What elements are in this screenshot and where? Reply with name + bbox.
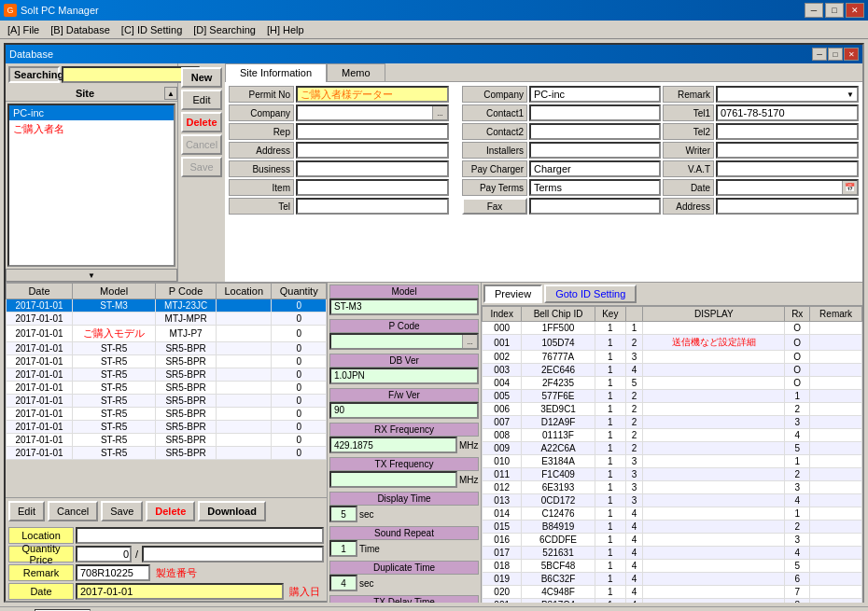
preview-row[interactable]: 010 E3184A 1 3 1 [483, 455, 862, 468]
menu-file[interactable]: [A] File [2, 22, 45, 37]
site-item-buyer-name[interactable]: ご購入者名 [9, 120, 174, 138]
preview-row[interactable]: 007 D12A9F 1 2 3 [483, 416, 862, 429]
inventory-row[interactable]: 2017-01-01 ST-R5 SR5-BPR 0 [7, 421, 327, 434]
save-button[interactable]: Save [181, 157, 222, 177]
inv-edit-button[interactable]: Edit [8, 501, 45, 521]
company-text-input[interactable]: PC-inc [298, 106, 432, 119]
preview-row[interactable]: 018 5BCF48 1 4 5 [483, 560, 862, 573]
sound-repeat-input[interactable] [329, 540, 357, 557]
tel2-value[interactable] [716, 123, 859, 140]
remark-value[interactable]: ▼ [716, 86, 859, 103]
company-input[interactable]: PC-inc ... [296, 104, 449, 121]
pcode-dots-button[interactable]: ... [462, 335, 477, 348]
preview-row[interactable]: 011 F1C409 1 3 2 [483, 468, 862, 481]
display-time-input[interactable] [329, 506, 357, 522]
tab-site-information[interactable]: Site Information [225, 63, 327, 82]
win-maximize-button[interactable]: □ [828, 48, 843, 61]
inventory-row[interactable]: 2017-01-01 ST-R5 SR5-BPR 0 [7, 434, 327, 447]
preview-row[interactable]: 008 01113F 1 2 4 [483, 429, 862, 442]
contact1-value[interactable] [529, 104, 661, 121]
rxfreq-input[interactable] [329, 437, 457, 453]
preview-row[interactable]: 003 2EC646 1 4 O [483, 364, 862, 377]
preview-row[interactable]: 013 0CD172 1 3 4 [483, 494, 862, 507]
preview-cell-display [643, 481, 785, 494]
pcode-field-input[interactable]: SM3-23JC ... [329, 333, 479, 350]
delete-button[interactable]: Delete [181, 112, 222, 132]
price-input[interactable] [142, 546, 324, 562]
preview-row[interactable]: 002 76777A 1 3 O [483, 351, 862, 364]
win-minimize-button[interactable]: ─ [812, 48, 827, 61]
preview-row[interactable]: 021 B817C4 1 4 8 [483, 599, 862, 604]
preview-row[interactable]: 000 1FF500 1 1 O [483, 322, 862, 335]
inventory-row[interactable]: 2017-01-01 ST-R5 SR5-BPR 0 [7, 395, 327, 408]
txfreq-input[interactable] [329, 471, 457, 488]
new-button[interactable]: New [181, 67, 222, 88]
menu-searching[interactable]: [D] Searching [188, 22, 261, 37]
business-value[interactable] [296, 160, 449, 177]
company-dots-button[interactable]: ... [432, 106, 447, 119]
preview-row[interactable]: 012 6E3193 1 3 3 [483, 481, 862, 494]
site-item-pc-inc[interactable]: PC-inc [9, 105, 174, 120]
address-value[interactable] [296, 142, 449, 159]
pay-terms-value[interactable]: Terms [529, 179, 661, 196]
inv-cancel-button[interactable]: Cancel [48, 501, 98, 521]
menu-database[interactable]: [B] Database [45, 22, 116, 37]
inventory-row[interactable]: 2017-01-01 ST-R5 SR5-BPR 0 [7, 342, 327, 355]
preview-row[interactable]: 020 4C948F 1 4 7 [483, 586, 862, 599]
preview-row[interactable]: 004 2F4235 1 5 O [483, 377, 862, 390]
preview-row[interactable]: 015 B84919 1 4 2 [483, 521, 862, 534]
preview-row[interactable]: 006 3ED9C1 1 2 2 [483, 403, 862, 416]
contact2-value[interactable] [529, 123, 661, 140]
tel-value[interactable] [296, 198, 449, 215]
inventory-row[interactable]: 2017-01-01 ST-R5 SR5-BPR 0 [7, 368, 327, 382]
inventory-row[interactable]: 2017-01-01 ST-R5 SR5-BPR 0 [7, 408, 327, 421]
inventory-row[interactable]: 2017-01-01 ST-R5 SR5-BPR 0 [7, 447, 327, 460]
writer-value[interactable] [716, 142, 859, 159]
edit-button[interactable]: Edit [181, 90, 222, 110]
item-value[interactable] [296, 179, 449, 196]
minimize-button[interactable]: ─ [805, 3, 823, 18]
preview-row[interactable]: 017 521631 1 4 4 [483, 547, 862, 560]
tab-goto-id-setting[interactable]: Goto ID Setting [544, 285, 637, 303]
preview-row[interactable]: 019 B6C32F 1 4 6 [483, 573, 862, 586]
date-field-input[interactable] [76, 583, 284, 600]
date-text[interactable]: 2017-01-01 [718, 181, 842, 194]
tab-preview[interactable]: Preview [483, 285, 542, 303]
close-button[interactable]: ✕ [846, 3, 864, 18]
inv-delete-button[interactable]: Delete [146, 501, 195, 521]
preview-row[interactable]: 014 C12476 1 4 1 [483, 507, 862, 521]
duplicate-time-input[interactable] [329, 575, 357, 591]
maximize-button[interactable]: □ [825, 3, 844, 18]
preview-row[interactable]: 016 6CDDFE 1 4 3 [483, 534, 862, 547]
menu-help[interactable]: [H] Help [261, 22, 310, 37]
tel1-value[interactable]: 0761-78-5170 [716, 104, 859, 121]
inventory-row[interactable]: 2017-01-01 MTJ-MPR 0 [7, 312, 327, 326]
fax-value[interactable] [529, 198, 661, 215]
date-input[interactable]: 2017-01-01 📅 [716, 179, 859, 196]
preview-row[interactable]: 009 A22C6A 1 2 5 [483, 442, 862, 455]
preview-row[interactable]: 001 105D74 1 2 送信機など設定詳細 O [483, 335, 862, 351]
preview-row[interactable]: 005 577F6E 1 2 1 [483, 390, 862, 403]
pay-charger-value[interactable]: Charger [529, 160, 661, 177]
remark-input[interactable] [76, 564, 150, 581]
vat-value[interactable] [716, 160, 859, 177]
rep-value[interactable] [296, 123, 449, 140]
inventory-row[interactable]: 2017-01-01 ST-M3 MTJ-23JC 0 [7, 299, 327, 312]
inv-save-button[interactable]: Save [101, 501, 143, 521]
quantity-input[interactable] [76, 546, 132, 562]
inventory-row[interactable]: 2017-01-01 ST-R5 SR5-BPR 0 [7, 382, 327, 395]
address2-value[interactable] [716, 198, 859, 215]
tab-memo[interactable]: Memo [327, 63, 385, 81]
location-input[interactable] [76, 527, 324, 544]
site-list-down-button[interactable]: ▼ [6, 269, 177, 282]
menu-id-setting[interactable]: [C] ID Setting [116, 22, 188, 37]
cancel-button[interactable]: Cancel [181, 134, 222, 155]
inventory-row[interactable]: 2017-01-01 ご購入モデル MTJ-P7 0 [7, 326, 327, 342]
win-close-button[interactable]: ✕ [844, 48, 859, 61]
inventory-row[interactable]: 2017-01-01 ST-R5 SR5-BPR 0 [7, 355, 327, 368]
pcode-text[interactable]: SM3-23JC [331, 335, 462, 348]
installers-value[interactable] [529, 142, 661, 159]
site-list-up-button[interactable]: ▲ [164, 87, 177, 100]
calendar-icon[interactable]: 📅 [842, 181, 857, 194]
inv-download-button[interactable]: Download [198, 501, 266, 521]
